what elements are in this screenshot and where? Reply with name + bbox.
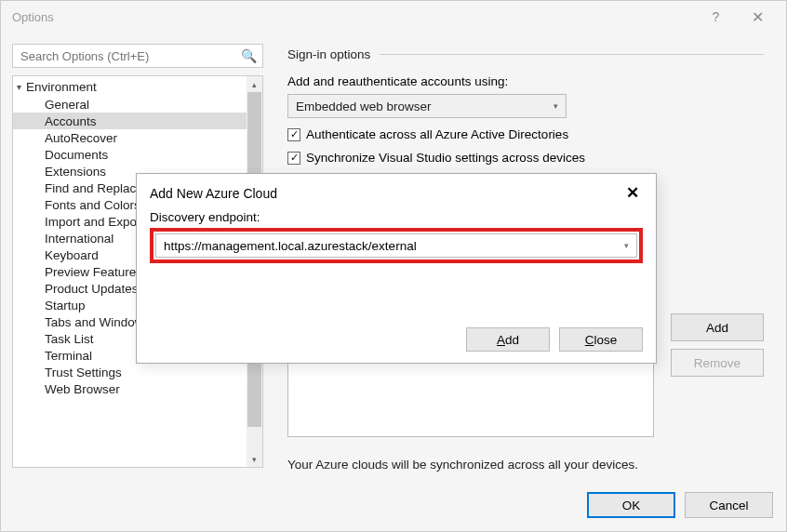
close-window-icon[interactable]: ✕ (737, 3, 779, 31)
tree-root-label: Environment (26, 80, 97, 94)
window-title: Options (12, 10, 695, 24)
help-icon[interactable]: ? (695, 3, 737, 31)
modal-close-button[interactable]: Close (559, 327, 643, 352)
search-box[interactable]: 🔍 (12, 44, 263, 68)
cancel-button[interactable]: Cancel (685, 492, 773, 518)
modal-title: Add New Azure Cloud (150, 186, 277, 201)
modal-add-button[interactable]: Add (466, 327, 550, 352)
modal-footer: Add Close (466, 327, 643, 352)
sync-settings-row[interactable]: ✓ Synchronize Visual Studio settings acr… (287, 151, 764, 165)
search-input[interactable] (19, 48, 241, 64)
section-rule (380, 54, 764, 55)
checkbox-checked-icon[interactable]: ✓ (287, 128, 300, 141)
auth-all-dirs-row[interactable]: ✓ Authenticate across all Azure Active D… (287, 127, 764, 141)
discovery-endpoint-input[interactable]: https://management.local.azurestack/exte… (155, 233, 637, 258)
modal-titlebar: Add New Azure Cloud ✕ (137, 174, 656, 206)
discovery-endpoint-label: Discovery endpoint: (150, 210, 643, 224)
add-azure-cloud-dialog: Add New Azure Cloud ✕ Discovery endpoint… (136, 173, 657, 364)
chevron-down-icon: ▾ (554, 101, 558, 111)
highlighted-input-frame: https://management.local.azurestack/exte… (150, 228, 643, 263)
reauth-combo[interactable]: Embedded web browser ▾ (287, 94, 567, 118)
tree-item-trust-settings[interactable]: Trust Settings (41, 364, 247, 380)
options-dialog: Options ? ✕ 🔍 ▾ Environment GeneralAccou… (0, 0, 787, 532)
signin-section-label: Sign-in options (287, 47, 370, 61)
sync-info-text: Your Azure clouds will be synchronized a… (287, 458, 638, 472)
search-icon: 🔍 (241, 48, 257, 63)
dialog-footer: OK Cancel (1, 479, 786, 531)
tree-item-documents[interactable]: Documents (41, 146, 247, 163)
tree-item-web-browser[interactable]: Web Browser (41, 380, 247, 397)
add-cloud-button[interactable]: Add (671, 313, 764, 341)
ok-button[interactable]: OK (587, 492, 675, 518)
remove-cloud-button: Remove (671, 349, 764, 377)
auth-all-dirs-label: Authenticate across all Azure Active Dir… (306, 127, 568, 141)
reauth-label: Add and reauthenticate accounts using: (287, 74, 764, 88)
tree-root[interactable]: ▾ Environment (13, 78, 247, 96)
chevron-down-icon: ▾ (624, 241, 629, 250)
scroll-up-icon[interactable]: ▴ (247, 76, 262, 92)
modal-body: Discovery endpoint: https://management.l… (137, 206, 656, 267)
tree-item-autorecover[interactable]: AutoRecover (41, 129, 247, 146)
caret-down-icon: ▾ (17, 82, 21, 92)
titlebar: Options ? ✕ (1, 1, 786, 33)
discovery-endpoint-value: https://management.local.azurestack/exte… (164, 239, 417, 253)
sync-settings-label: Synchronize Visual Studio settings acros… (306, 151, 585, 165)
reauth-combo-value: Embedded web browser (296, 100, 432, 113)
cloud-side-buttons: Add Remove (671, 313, 764, 377)
modal-close-icon[interactable]: ✕ (620, 183, 645, 203)
tree-item-accounts[interactable]: Accounts (13, 113, 247, 129)
tree-item-general[interactable]: General (41, 96, 247, 113)
checkbox-checked-icon[interactable]: ✓ (287, 152, 300, 165)
signin-section-header: Sign-in options (287, 47, 764, 61)
scroll-down-icon[interactable]: ▾ (247, 451, 262, 467)
